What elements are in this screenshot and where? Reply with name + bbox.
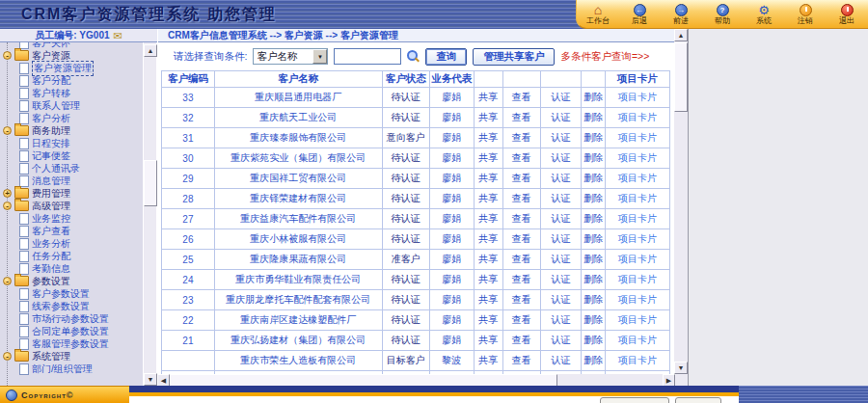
customer-name-link[interactable]: 重庆紫苑实业（集团）有限公司 bbox=[214, 148, 382, 169]
action-link-delete[interactable]: 删除 bbox=[582, 88, 606, 108]
action-link-share[interactable]: 共享 bbox=[474, 108, 502, 128]
action-link-share[interactable]: 共享 bbox=[474, 331, 502, 351]
action-link-delete[interactable]: 删除 bbox=[582, 189, 606, 209]
sidebar-item[interactable]: 业务监控 bbox=[0, 212, 143, 225]
action-link-delete[interactable]: 删除 bbox=[582, 290, 606, 310]
action-link-delete[interactable]: 删除 bbox=[582, 209, 606, 229]
action-link-view[interactable]: 查看 bbox=[502, 310, 540, 331]
sidebar-item[interactable]: 客户分析 bbox=[0, 112, 143, 124]
action-link-share[interactable]: 共享 bbox=[474, 148, 502, 169]
sidebar-group[interactable]: -系统管理 bbox=[0, 350, 143, 363]
action-link-share[interactable]: 共享 bbox=[474, 229, 502, 250]
back-button[interactable]: ← 后退 bbox=[619, 3, 660, 25]
sidebar-item[interactable]: 客户查看 bbox=[0, 225, 143, 237]
action-link-share[interactable]: 共享 bbox=[474, 270, 502, 290]
sidebar-item[interactable]: 部门/组织管理 bbox=[0, 363, 143, 375]
search-field-select[interactable]: 客户名称 ▼ bbox=[253, 48, 328, 65]
action-link-project-card[interactable]: 项目卡片 bbox=[606, 331, 670, 351]
customer-name-link[interactable]: 重庆顺昌通用电器厂 bbox=[214, 88, 382, 108]
action-link-certify[interactable]: 认证 bbox=[540, 229, 582, 250]
sidebar-item[interactable]: 业务分析 bbox=[0, 237, 143, 250]
sidebar-group[interactable]: -高级管理 bbox=[0, 200, 143, 212]
sidebar-item[interactable]: 任务分配 bbox=[0, 250, 143, 262]
customer-name-link[interactable]: 重庆小林被服有限公司 bbox=[214, 229, 382, 250]
action-link-view[interactable]: 查看 bbox=[502, 331, 540, 351]
sidebar-item[interactable]: 日程安排 bbox=[0, 137, 143, 149]
action-link-view[interactable]: 查看 bbox=[502, 169, 540, 189]
sidebar-item[interactable]: 记事便签 bbox=[0, 149, 143, 162]
action-link-share[interactable]: 共享 bbox=[474, 189, 502, 209]
customer-name-link[interactable]: 重庆市勇华鞋业有限责任公司 bbox=[214, 270, 382, 290]
sidebar-scrollbar[interactable]: ▲ ▼ bbox=[143, 42, 156, 386]
action-link-certify[interactable]: 认证 bbox=[540, 88, 582, 108]
action-link-project-card[interactable]: 项目卡片 bbox=[606, 290, 670, 310]
action-link-project-card[interactable]: 项目卡片 bbox=[606, 148, 670, 169]
action-link-delete[interactable]: 删除 bbox=[582, 270, 606, 290]
action-link-share[interactable]: 共享 bbox=[474, 250, 502, 270]
tree-expander-icon[interactable]: - bbox=[3, 126, 12, 135]
action-link-share[interactable]: 共享 bbox=[474, 88, 502, 108]
action-link-project-card[interactable]: 项目卡片 bbox=[606, 310, 670, 331]
forward-button[interactable]: → 前进 bbox=[661, 3, 701, 25]
action-link-view[interactable]: 查看 bbox=[502, 148, 540, 169]
action-link-project-card[interactable]: 项目卡片 bbox=[606, 108, 670, 128]
action-link-certify[interactable]: 认证 bbox=[540, 290, 582, 310]
search-input[interactable] bbox=[334, 48, 401, 65]
action-link-view[interactable]: 查看 bbox=[502, 209, 540, 229]
action-link-certify[interactable]: 认证 bbox=[540, 351, 582, 371]
action-link-delete[interactable]: 删除 bbox=[582, 310, 606, 331]
manage-shared-customers-button[interactable]: 管理共享客户 bbox=[473, 48, 555, 66]
action-link-share[interactable]: 共享 bbox=[474, 169, 502, 189]
action-link-view[interactable]: 查看 bbox=[502, 189, 540, 209]
action-link-project-card[interactable]: 项目卡片 bbox=[606, 209, 670, 229]
action-link-project-card[interactable]: 项目卡片 bbox=[606, 270, 670, 290]
query-button[interactable]: 查询 bbox=[425, 48, 467, 66]
action-link-certify[interactable]: 认证 bbox=[540, 310, 582, 331]
exit-button[interactable]: 退出 bbox=[827, 3, 867, 25]
sidebar-item[interactable]: 个人通讯录 bbox=[0, 162, 143, 175]
customer-name-link[interactable]: 重庆国祥工贸有限公司 bbox=[214, 169, 382, 189]
envelope-icon[interactable]: ✉ bbox=[114, 31, 122, 40]
multi-condition-query-link[interactable]: 多条件客户查询=>> bbox=[560, 50, 649, 64]
customer-name-link[interactable]: 重庆南岸区建达橡塑配件厂 bbox=[214, 310, 382, 331]
customer-name-link[interactable]: 重庆臻泰服饰有限公司 bbox=[214, 128, 382, 148]
action-link-share[interactable]: 共享 bbox=[474, 310, 502, 331]
help-button[interactable]: ? 帮助 bbox=[702, 3, 743, 25]
sidebar-item[interactable]: 市场行动参数设置 bbox=[0, 312, 143, 325]
action-link-project-card[interactable]: 项目卡片 bbox=[606, 189, 670, 209]
sidebar-item[interactable]: 考勤信息 bbox=[0, 262, 143, 275]
footer-button-2[interactable] bbox=[675, 397, 721, 403]
action-link-view[interactable]: 查看 bbox=[502, 250, 540, 270]
sidebar-item[interactable]: 线索参数设置 bbox=[0, 300, 143, 312]
action-link-project-card[interactable]: 项目卡片 bbox=[606, 88, 670, 108]
action-link-delete[interactable]: 删除 bbox=[582, 108, 606, 128]
action-link-certify[interactable]: 认证 bbox=[540, 250, 582, 270]
action-link-certify[interactable]: 认证 bbox=[540, 331, 582, 351]
scroll-down-icon[interactable]: ▼ bbox=[144, 373, 157, 386]
action-link-view[interactable]: 查看 bbox=[502, 290, 540, 310]
action-link-certify[interactable]: 认证 bbox=[540, 270, 582, 290]
tree-expander-icon[interactable]: - bbox=[3, 352, 12, 361]
workbench-button[interactable]: ⌂ 工作台 bbox=[578, 3, 618, 25]
customer-name-link[interactable]: 重庆航天工业公司 bbox=[214, 108, 382, 128]
action-link-share[interactable]: 共享 bbox=[474, 128, 502, 148]
chevron-down-icon[interactable]: ▼ bbox=[312, 49, 327, 64]
sidebar-item[interactable]: 客户分配 bbox=[0, 74, 143, 87]
sidebar-group[interactable]: -参数设置 bbox=[0, 275, 143, 287]
action-link-project-card[interactable]: 项目卡片 bbox=[606, 250, 670, 270]
footer-button-1[interactable] bbox=[600, 397, 669, 403]
action-link-certify[interactable]: 认证 bbox=[540, 148, 582, 169]
action-link-certify[interactable]: 认证 bbox=[540, 108, 582, 128]
customer-name-link[interactable]: 重庆益康汽车配件有限公司 bbox=[214, 209, 382, 229]
scroll-thumb[interactable] bbox=[144, 160, 157, 206]
action-link-delete[interactable]: 删除 bbox=[582, 229, 606, 250]
action-link-share[interactable]: 共享 bbox=[474, 209, 502, 229]
action-link-certify[interactable]: 认证 bbox=[540, 169, 582, 189]
action-link-project-card[interactable]: 项目卡片 bbox=[606, 351, 670, 371]
sidebar-item[interactable]: 联系人管理 bbox=[0, 99, 143, 112]
action-link-certify[interactable]: 认证 bbox=[540, 128, 582, 148]
action-link-delete[interactable]: 删除 bbox=[582, 148, 606, 169]
search-magnifier-icon[interactable] bbox=[407, 50, 420, 63]
system-button[interactable]: ⚙ 系统 bbox=[744, 3, 784, 25]
tree-expander-icon[interactable]: + bbox=[3, 189, 12, 198]
